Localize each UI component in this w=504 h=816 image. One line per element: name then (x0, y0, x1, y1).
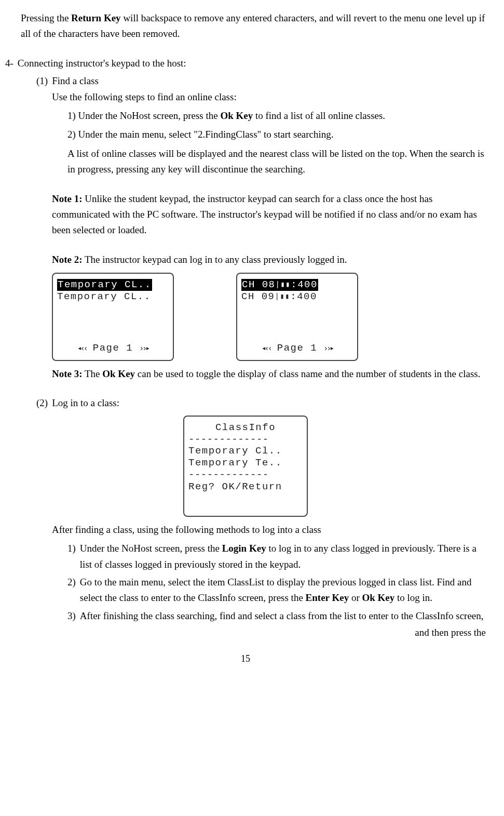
device-screen-left: Temporary CL.. Temporary CL.. Page 1 (52, 273, 174, 361)
ok-key-label: Ok Key (102, 368, 135, 379)
classinfo-title: ClassInfo (188, 422, 303, 434)
item-1-step2: 2) Under the main menu, select "2.Findin… (67, 127, 486, 142)
screen-right-line2: CH 09|▮▮:400 (241, 291, 353, 303)
step3-a: After finishing the class searching, fin… (80, 610, 484, 621)
item-2-step3: 3) After finishing the class searching, … (67, 608, 486, 641)
note-3-label: Note 3: (52, 368, 83, 379)
step2-mid: or (349, 592, 362, 603)
return-key-label: Return Key (71, 12, 121, 23)
section-title: Connecting instructor's keypad to the ho… (18, 56, 486, 71)
page-left-arrow-icon (262, 340, 271, 356)
device-screen-classinfo: ClassInfo ------------- Temporary Cl.. T… (183, 416, 308, 517)
note-1-label: Note 1: (52, 193, 83, 204)
step2-num: 2) (67, 574, 76, 590)
ok-key-label: Ok Key (362, 592, 394, 603)
page-left-arrow-icon (77, 340, 87, 356)
dashes-line: ------------- (188, 434, 303, 446)
device-screen-row: Temporary CL.. Temporary CL.. Page 1 CH … (52, 273, 486, 361)
page-right-arrow-icon (139, 340, 148, 356)
step3-b: and then press the (415, 625, 486, 640)
classinfo-line2: Temporary Te.. (188, 457, 303, 469)
note-2-text: The instructor keypad can log in to any … (83, 254, 347, 265)
intro-pre: Pressing the (21, 12, 71, 23)
note-2-label: Note 2: (52, 254, 83, 265)
section-4-heading: 4- Connecting instructor's keypad to the… (5, 56, 486, 71)
screen-right-page: Page 1 (277, 340, 317, 356)
dashes-line: ------------- (188, 469, 303, 481)
login-key-label: Login Key (222, 543, 266, 554)
note-1-text: Unlike the student keypad, the instructo… (52, 193, 477, 236)
item-1-number: (1) (36, 73, 48, 89)
page-number: 15 (5, 651, 486, 666)
note-1: Note 1: Unlike the student keypad, the i… (52, 191, 486, 238)
item-2-lead: After finding a class, using the followi… (52, 522, 486, 538)
item-1-heading: (1) Find a class (36, 73, 486, 89)
step3-num: 3) (67, 608, 76, 624)
note-3-post: can be used to toggle the display of cla… (135, 368, 480, 379)
item-2-step2: 2) Go to the main menu, select the item … (67, 574, 486, 606)
screen-left-line2: Temporary CL.. (57, 291, 169, 303)
item-1-afterlist: A list of online classes will be display… (67, 146, 486, 178)
page-right-arrow-icon (323, 340, 333, 356)
signal-bars-icon: |▮▮ (275, 292, 291, 300)
note-3: Note 3: The Ok Key can be used to toggle… (52, 366, 486, 382)
screen-left-line1-highlight: Temporary CL.. (57, 279, 152, 291)
ch09-count: :400 (290, 291, 317, 302)
screen-right-line1: CH 08|▮▮:400 (241, 279, 318, 291)
classinfo-line1: Temporary Cl.. (188, 445, 303, 457)
item-2-step1: 1) Under the NoHost screen, press the Lo… (67, 541, 486, 572)
note-2: Note 2: The instructor keypad can log in… (52, 252, 486, 267)
ch09-label: CH 09 (241, 291, 275, 302)
section-number: 4- (5, 56, 13, 71)
item-2-title: Log in to a class: (52, 395, 486, 411)
ok-key-label: Ok Key (220, 110, 253, 121)
enter-key-label: Enter Key (306, 592, 349, 603)
step1-pre: 1) Under the NoHost screen, press the (67, 110, 220, 121)
item-1-step1: 1) Under the NoHost screen, press the Ok… (67, 108, 486, 124)
ch08-count: :400 (291, 279, 318, 290)
classinfo-footer: Reg? OK/Return (188, 481, 303, 493)
screen-left-page: Page 1 (93, 340, 133, 356)
step1-num: 1) (67, 541, 76, 556)
item-2-heading: (2) Log in to a class: (36, 395, 486, 411)
signal-bars-icon: |▮▮ (276, 280, 291, 289)
step1-pre: Under the NoHost screen, press the (80, 543, 222, 554)
step1-post: to find a list of all online classes. (253, 110, 385, 121)
item-1-lead: Use the following steps to find an onlin… (52, 89, 486, 105)
step2-post: to log in. (394, 592, 432, 603)
note-3-pre: The (83, 368, 103, 379)
item-1-title: Find a class (52, 73, 486, 89)
ch08-label: CH 08 (242, 279, 276, 290)
device-screen-right: CH 08|▮▮:400 CH 09|▮▮:400 Page 1 (236, 273, 358, 361)
intro-paragraph: Pressing the Return Key will backspace t… (21, 10, 486, 42)
item-2-number: (2) (36, 395, 48, 411)
